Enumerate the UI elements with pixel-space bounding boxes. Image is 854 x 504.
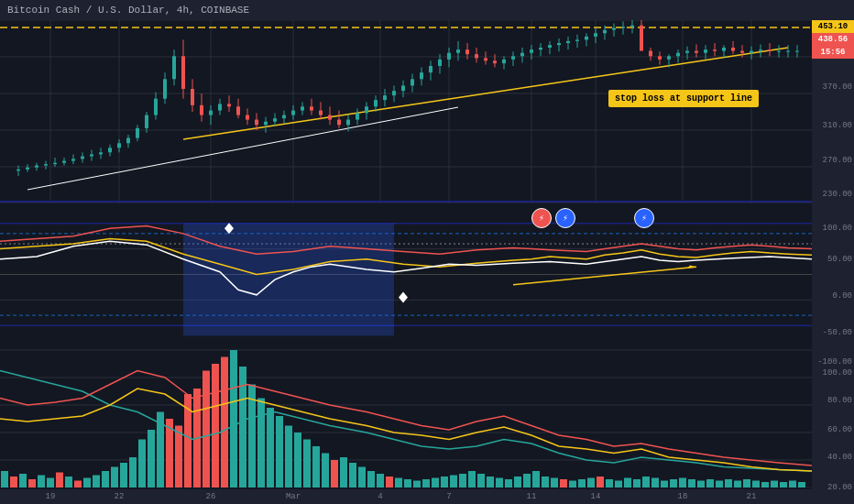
osc-icon-2[interactable]: ⚡: [555, 208, 575, 228]
current-price-2: 438.56: [812, 33, 854, 46]
date-19: 19: [46, 492, 56, 501]
osc-label-0: 0.00: [832, 291, 852, 301]
date-axis: 19 22 26 Mar 4 7 11 14 18 21: [0, 489, 812, 504]
vol-label-60: 60.00: [827, 425, 852, 434]
vol-label-100: 100.00: [823, 368, 852, 378]
osc-label-100: 100.00: [823, 224, 852, 233]
date-14: 14: [591, 492, 601, 501]
osc-label-n50: -50.00: [823, 328, 852, 337]
volume-canvas: [0, 345, 812, 488]
chart-title: Bitcoin Cash / U.S. Dollar, 4h, COINBASE: [7, 5, 249, 16]
current-price-3: 15:56: [812, 46, 854, 59]
osc-icon-3[interactable]: ⚡: [634, 208, 654, 228]
current-price-1: 453.10: [812, 20, 854, 33]
annotation-stop-loss: stop loss at support line: [608, 90, 759, 107]
date-26: 26: [206, 492, 216, 501]
osc-icons: ⚡ ⚡ ⚡: [531, 208, 654, 228]
osc-label-n100: -100.00: [817, 357, 852, 367]
date-4: 4: [378, 492, 382, 501]
chart-header: Bitcoin Cash / U.S. Dollar, 4h, COINBASE: [0, 0, 854, 20]
price-label-230: 230.00: [823, 190, 852, 199]
price-label-310: 310.00: [823, 121, 852, 130]
date-11: 11: [527, 492, 537, 501]
date-21: 21: [747, 492, 757, 501]
price-label-270: 270.00: [823, 156, 852, 165]
main-chart-canvas: [0, 20, 812, 203]
osc-label-50: 50.00: [827, 255, 852, 264]
price-axis: 453.10 438.56 15:56 370.00 310.00 270.00…: [812, 20, 854, 504]
date-mar: Mar: [286, 492, 301, 501]
vol-label-40: 40.00: [827, 453, 852, 462]
vol-label-80: 80.00: [827, 396, 852, 405]
price-label-370: 370.00: [823, 82, 852, 92]
date-22: 22: [115, 492, 125, 501]
osc-icon-1[interactable]: ⚡: [531, 208, 552, 228]
date-18: 18: [678, 492, 688, 501]
vol-label-20: 20.00: [827, 483, 852, 492]
date-7: 7: [446, 492, 451, 501]
oscillator-canvas: [0, 203, 812, 345]
